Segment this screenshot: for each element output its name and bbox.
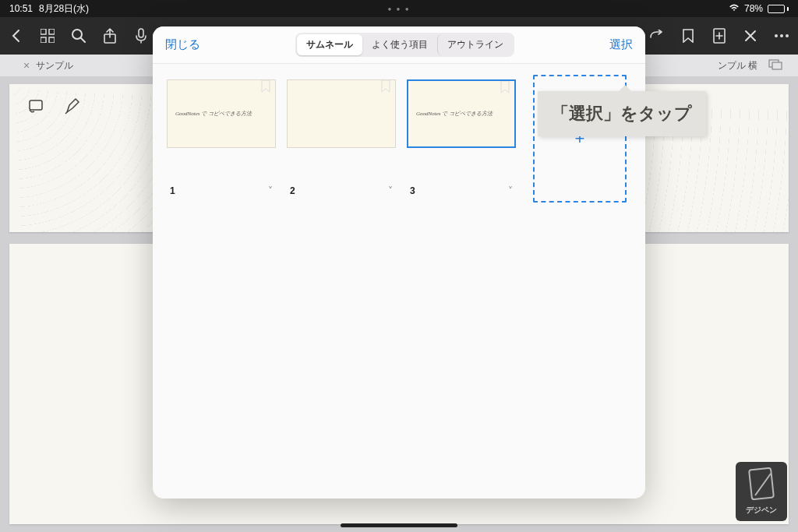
redo-icon[interactable]	[648, 27, 666, 44]
battery-percent: 78%	[744, 3, 763, 14]
pen-tool-icon[interactable]	[62, 95, 84, 117]
share-icon[interactable]	[101, 27, 118, 44]
bookmark-ribbon-icon	[500, 81, 510, 93]
tab-label: サンプル	[36, 59, 73, 72]
mic-icon[interactable]	[132, 27, 150, 44]
back-icon[interactable]	[8, 27, 25, 44]
status-date: 8月28日(水)	[39, 2, 89, 16]
add-page-icon[interactable]	[711, 27, 728, 44]
svg-point-4	[72, 30, 82, 39]
thumb-content: GoodNotes で コピペできる方法	[416, 110, 493, 118]
page-label-row[interactable]: 3 ˅	[407, 185, 516, 196]
watermark-badge: デジペン	[736, 462, 787, 521]
svg-rect-16	[749, 468, 774, 500]
page-thumbnail-2[interactable]	[287, 79, 396, 148]
segment-outline[interactable]: アウトライン	[437, 34, 513, 55]
svg-line-17	[755, 474, 771, 495]
page-number: 3	[410, 185, 415, 196]
instruction-callout: 「選択」をタップ	[538, 91, 706, 136]
status-bar: 10:51 8月28日(水) ● ● ● 78%	[0, 0, 798, 17]
svg-rect-7	[139, 29, 143, 37]
document-tab-left[interactable]: × サンプル	[0, 59, 97, 72]
view-segmented-control: サムネール よく使う項目 アウトライン	[295, 33, 514, 57]
tab-label-right: ンプル 横	[718, 59, 757, 72]
chevron-down-icon[interactable]: ˅	[508, 185, 513, 196]
svg-rect-13	[772, 62, 782, 69]
status-time: 10:51	[9, 3, 33, 14]
page-label-row[interactable]: 2 ˅	[287, 185, 396, 196]
page-label-row[interactable]: 1 ˅	[167, 185, 276, 196]
svg-point-10	[780, 34, 783, 37]
select-button[interactable]: 選択	[609, 37, 633, 52]
svg-rect-1	[49, 29, 55, 34]
page-number: 2	[290, 185, 295, 196]
svg-point-9	[775, 34, 778, 37]
svg-rect-14	[30, 100, 42, 110]
home-indicator[interactable]	[341, 523, 457, 527]
watermark-label: デジペン	[746, 505, 777, 516]
page-number: 1	[170, 185, 175, 196]
svg-rect-3	[49, 37, 55, 43]
grid-icon[interactable]	[39, 27, 56, 44]
wifi-icon	[729, 3, 740, 14]
segment-favorites[interactable]: よく使う項目	[362, 34, 437, 55]
page-thumbnail-3[interactable]: GoodNotes で コピペできる方法	[407, 79, 516, 148]
bookmark-ribbon-icon	[261, 80, 270, 93]
svg-line-5	[81, 38, 85, 42]
close-button[interactable]: 閉じる	[165, 37, 200, 52]
chevron-down-icon[interactable]: ˅	[268, 185, 273, 196]
search-icon[interactable]	[70, 27, 87, 44]
multitask-dots[interactable]: ● ● ●	[388, 5, 411, 12]
svg-point-11	[786, 34, 789, 37]
segment-thumbnail[interactable]: サムネール	[297, 34, 362, 55]
thumb-content: GoodNotes で コピペできる方法	[175, 110, 252, 118]
lasso-tool-icon[interactable]	[25, 95, 47, 117]
bookmark-icon[interactable]	[680, 27, 697, 44]
tab-close-icon[interactable]: ×	[23, 59, 30, 72]
more-icon[interactable]	[773, 27, 790, 44]
bookmark-ribbon-icon	[381, 80, 390, 93]
battery-icon	[768, 5, 789, 13]
svg-rect-2	[41, 37, 46, 43]
close-icon[interactable]	[742, 27, 759, 44]
svg-line-15	[65, 112, 67, 114]
callout-text: 「選択」をタップ	[552, 104, 692, 123]
modal-header: 閉じる サムネール よく使う項目 アウトライン 選択	[153, 26, 645, 64]
tab-overflow-icon[interactable]	[768, 59, 782, 72]
tablet-pen-icon	[747, 467, 775, 502]
svg-rect-0	[41, 29, 46, 34]
chevron-down-icon[interactable]: ˅	[388, 185, 393, 196]
page-thumbnail-1[interactable]: GoodNotes で コピペできる方法	[167, 79, 276, 148]
